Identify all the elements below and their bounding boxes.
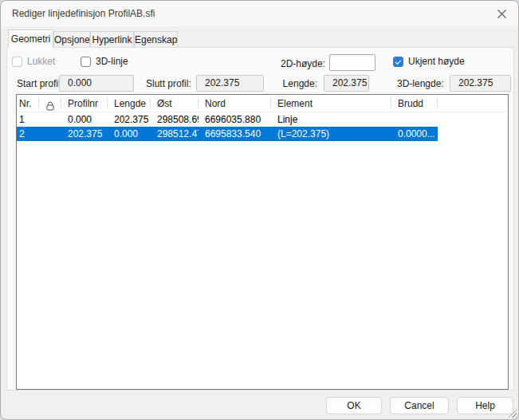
- tab-geometri[interactable]: Geometri: [8, 29, 53, 48]
- lukket-checkbox[interactable]: Lukket: [12, 56, 55, 67]
- checkbox-box: [393, 57, 403, 67]
- cell-ost: 298508.690: [151, 112, 199, 127]
- cell-nr: 2: [17, 127, 39, 141]
- start-profil-field: 0.000: [59, 75, 134, 92]
- close-icon: [497, 9, 507, 19]
- ok-button[interactable]: OK: [326, 397, 382, 414]
- cancel-button[interactable]: Cancel: [390, 397, 449, 414]
- cell-lock: [39, 112, 61, 127]
- column-header-element[interactable]: Element: [271, 95, 391, 112]
- cell-nord: 6695833.540: [199, 127, 271, 141]
- ukjent-hoyde-checkbox-label: Ukjent høyde: [408, 56, 465, 67]
- checkbox-box: [81, 57, 91, 67]
- start-profil-label: Start profil:: [17, 78, 63, 89]
- cell-profilnr: 0.000: [61, 112, 108, 127]
- cell-brudd: 0.0000...: [391, 127, 438, 141]
- table-row-1[interactable]: 1 0.000 202.375 298508.690 6696035.880 L…: [17, 112, 438, 127]
- close-button[interactable]: [493, 5, 510, 22]
- 3d-lengde-label: 3D-lengde:: [397, 78, 444, 89]
- column-header-ost[interactable]: Øst: [151, 95, 199, 112]
- cell-lock: [39, 127, 61, 141]
- lengde-field: 202.375: [324, 75, 369, 92]
- cell-element: Linje: [271, 112, 391, 127]
- tab-egenskap[interactable]: Egenskap: [134, 31, 178, 48]
- table-header-row: Nr. Profilnr Lengde Øst Nord Element Bru…: [17, 95, 508, 112]
- column-header-nord[interactable]: Nord: [199, 95, 271, 112]
- column-header-lengde[interactable]: Lengde: [108, 95, 151, 112]
- table-row-2[interactable]: 2 202.375 0.000 298512.470 6695833.540 (…: [17, 127, 438, 141]
- cell-nr: 1: [17, 112, 39, 127]
- 3d-linje-checkbox-label: 3D-linje: [96, 56, 128, 67]
- cell-element: (L=202.375): [271, 127, 391, 141]
- help-button[interactable]: Help: [457, 397, 513, 414]
- 2d-hoyde-input[interactable]: [329, 54, 375, 71]
- ukjent-hoyde-checkbox[interactable]: Ukjent høyde: [393, 56, 465, 67]
- titlebar[interactable]: Rediger linjedefinisjon ProfilAB.sfi: [1, 1, 518, 26]
- tab-opsjoner[interactable]: Opsjoner: [53, 31, 90, 48]
- cell-brudd: [391, 112, 438, 127]
- lock-icon: [46, 95, 54, 112]
- cell-lengde: 202.375: [108, 112, 151, 127]
- cell-nord: 6696035.880: [199, 112, 271, 127]
- cell-profilnr: 202.375: [61, 127, 108, 141]
- slutt-profil-field: 202.375: [196, 75, 264, 92]
- checkbox-box: [12, 57, 22, 67]
- check-icon: [395, 58, 402, 65]
- lukket-checkbox-label: Lukket: [27, 56, 55, 67]
- 3d-lengde-field: 202.375: [450, 75, 511, 92]
- 3d-linje-checkbox[interactable]: 3D-linje: [81, 56, 128, 67]
- cell-lengde: 0.000: [108, 127, 151, 141]
- edit-line-definition-dialog: Rediger linjedefinisjon ProfilAB.sfi Geo…: [0, 0, 519, 420]
- slutt-profil-label: Slutt profil:: [146, 78, 191, 89]
- lengde-label: Lengde:: [280, 78, 317, 89]
- cell-ost: 298512.470: [151, 127, 199, 141]
- window-title: Rediger linjedefinisjon ProfilAB.sfi: [12, 8, 155, 19]
- geometry-table: Nr. Profilnr Lengde Øst Nord Element Bru…: [16, 94, 509, 390]
- column-header-profilnr[interactable]: Profilnr: [61, 95, 108, 112]
- column-header-lock[interactable]: [39, 95, 61, 112]
- tab-hyperlink[interactable]: Hyperlink: [90, 31, 134, 48]
- column-header-brudd[interactable]: Brudd: [391, 95, 438, 112]
- 2d-hoyde-label: 2D-høyde:: [278, 58, 325, 69]
- column-header-nr[interactable]: Nr.: [17, 95, 39, 112]
